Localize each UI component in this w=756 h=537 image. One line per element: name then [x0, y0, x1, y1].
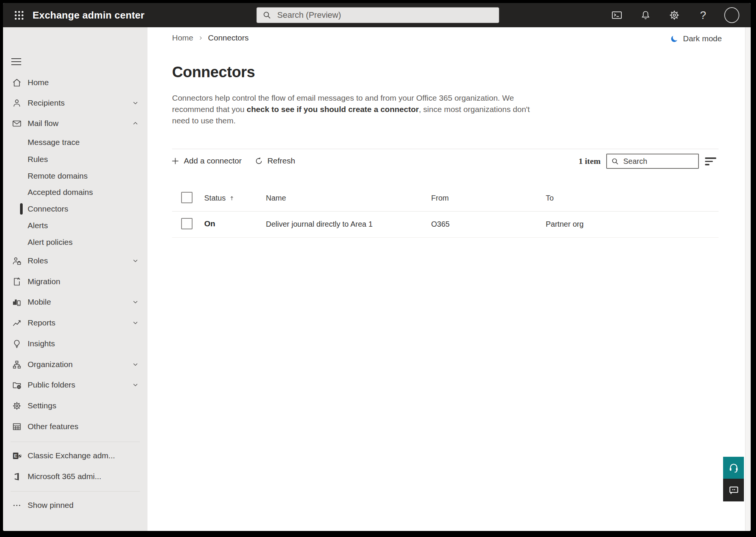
dark-mode-toggle[interactable]: Dark mode — [670, 34, 722, 43]
global-search-box[interactable] — [256, 7, 499, 23]
app-window: Exchange admin center — [3, 3, 751, 531]
list-search-input[interactable] — [623, 157, 694, 166]
list-toolbar: Add a connector Refresh — [171, 154, 295, 167]
chevron-down-icon[interactable] — [132, 381, 139, 388]
sidebar-item-settings[interactable]: Settings — [3, 397, 147, 414]
sidebar-item-label: Remote domains — [28, 171, 88, 181]
sidebar-item-label: Mail flow — [28, 119, 59, 128]
sidebar-item-label: Other features — [28, 422, 78, 431]
selected-indicator — [20, 203, 23, 215]
sidebar-item-connectors[interactable]: Connectors — [3, 201, 147, 217]
sidebar-item-label: Accepted domains — [28, 188, 93, 197]
sidebar-item-rules[interactable]: Rules — [3, 151, 147, 168]
lightbulb-icon — [11, 338, 22, 349]
divider — [172, 149, 719, 149]
filter-icon[interactable] — [705, 157, 718, 167]
help-icon[interactable]: ? — [695, 8, 711, 23]
column-header-label: From — [431, 194, 449, 202]
sidebar-item-mail-flow[interactable]: Mail flow — [3, 115, 147, 132]
description-link-text[interactable]: check to see if you should create a conn… — [247, 105, 419, 114]
chevron-down-icon[interactable] — [132, 257, 139, 264]
page-title: Connectors — [172, 64, 255, 81]
org-chart-icon — [11, 359, 22, 370]
sidebar-item-alerts[interactable]: Alerts — [3, 217, 147, 234]
sidebar-item-m365-admin[interactable]: Microsoft 365 admi... — [3, 468, 147, 485]
vertical-scrollbar[interactable] — [745, 27, 751, 531]
cell-name[interactable]: Deliver journal directly to Area 1 — [266, 220, 373, 229]
help-widget — [723, 457, 744, 501]
plus-icon — [171, 157, 180, 165]
sidebar-item-recipients[interactable]: Recipients — [3, 95, 147, 111]
chevron-down-icon[interactable] — [132, 361, 139, 368]
sidebar-item-label: Show pinned — [28, 501, 73, 510]
column-header-to[interactable]: To — [546, 194, 554, 202]
add-connector-label: Add a connector — [184, 156, 242, 165]
add-connector-button[interactable]: Add a connector — [171, 154, 242, 167]
column-header-name[interactable]: Name — [266, 194, 286, 202]
row-checkbox[interactable] — [181, 218, 192, 229]
migration-icon — [11, 276, 22, 287]
app-launcher-icon[interactable] — [10, 6, 28, 24]
hamburger-menu-icon[interactable] — [11, 57, 22, 67]
feedback-icon — [728, 484, 739, 496]
reports-icon — [11, 318, 22, 328]
chevron-down-icon[interactable] — [132, 319, 139, 326]
sidebar-item-classic-exchange[interactable]: EClassic Exchange adm... — [3, 447, 147, 464]
gear-icon[interactable] — [667, 8, 682, 23]
exchange-logo-icon: E — [11, 450, 22, 461]
microsoft-365-logo-icon — [11, 471, 22, 482]
sidebar-item-mobile[interactable]: Mobile — [3, 294, 147, 310]
column-header-status[interactable]: Status — [204, 194, 235, 202]
svg-text:E: E — [14, 453, 17, 459]
column-header-from[interactable]: From — [431, 194, 449, 202]
sidebar-item-label: Microsoft 365 admi... — [28, 472, 101, 481]
chevron-down-icon[interactable] — [132, 100, 139, 106]
breadcrumb-home-link[interactable]: Home — [172, 33, 193, 42]
chevron-down-icon[interactable] — [132, 299, 139, 305]
refresh-button[interactable]: Refresh — [255, 154, 295, 167]
sidebar-item-remote-domains[interactable]: Remote domains — [3, 168, 147, 184]
roles-icon — [11, 255, 22, 266]
sidebar-divider — [11, 442, 140, 442]
list-search-box[interactable] — [606, 154, 699, 169]
sidebar-item-reports[interactable]: Reports — [3, 314, 147, 331]
gear-icon — [11, 400, 22, 411]
avatar[interactable] — [724, 8, 739, 23]
sidebar-item-migration[interactable]: Migration — [3, 273, 147, 290]
sidebar-item-organization[interactable]: Organization — [3, 356, 147, 373]
cell-from: O365 — [431, 220, 450, 229]
sidebar-item-home[interactable]: Home — [3, 74, 147, 91]
sidebar-item-label: Message trace — [28, 138, 80, 147]
dark-mode-label: Dark mode — [683, 34, 722, 43]
sidebar-item-public-folders[interactable]: Public folders — [3, 377, 147, 393]
app-launcher-dots — [15, 11, 23, 20]
select-all-checkbox[interactable] — [181, 192, 192, 203]
sort-ascending-icon — [229, 195, 235, 202]
feedback-button[interactable] — [723, 479, 744, 501]
help-button[interactable] — [723, 457, 744, 479]
search-icon — [611, 157, 619, 166]
global-search-input[interactable] — [277, 10, 494, 20]
folder-globe-icon — [11, 380, 22, 390]
sidebar-item-label: Reports — [28, 318, 56, 327]
sidebar-item-roles[interactable]: Roles — [3, 252, 147, 269]
sidebar-item-label: Roles — [28, 256, 48, 265]
terminal-icon[interactable] — [609, 8, 624, 23]
sidebar-item-show-pinned[interactable]: Show pinned — [3, 497, 147, 514]
sidebar-item-message-trace[interactable]: Message trace — [3, 134, 147, 151]
headset-icon — [728, 462, 739, 473]
refresh-label: Refresh — [267, 156, 295, 165]
sidebar-item-other-features[interactable]: Other features — [3, 418, 147, 435]
top-bar: Exchange admin center — [3, 3, 751, 27]
mail-icon — [11, 118, 22, 129]
sidebar-divider — [11, 491, 140, 492]
sidebar-item-label: Rules — [28, 155, 48, 164]
chevron-up-icon[interactable] — [132, 120, 139, 127]
cell-status: On — [204, 219, 215, 228]
mobile-icon — [11, 297, 22, 307]
sidebar-item-insights[interactable]: Insights — [3, 335, 147, 352]
bell-icon[interactable] — [638, 8, 653, 23]
sidebar-item-accepted-domains[interactable]: Accepted domains — [3, 184, 147, 201]
sidebar-item-alert-policies[interactable]: Alert policies — [3, 234, 147, 251]
breadcrumb: Home Connectors — [172, 33, 248, 42]
